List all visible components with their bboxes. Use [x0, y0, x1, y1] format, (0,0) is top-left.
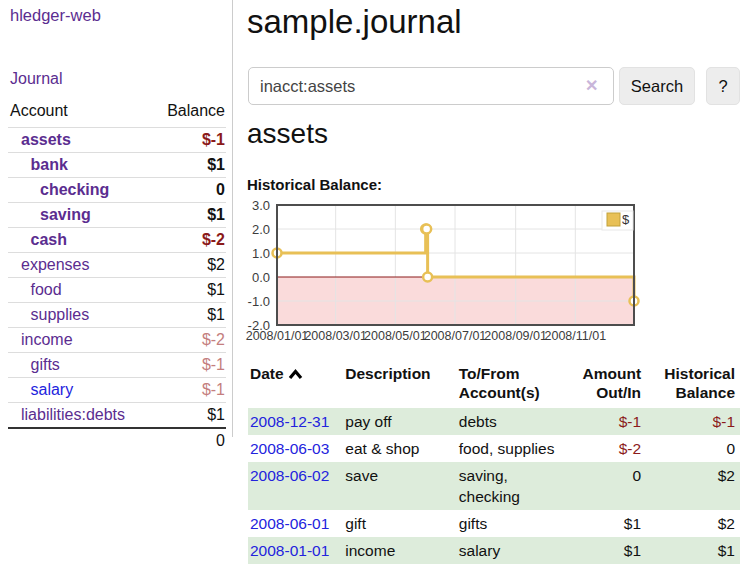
transaction-accounts-cell: debts: [451, 408, 566, 435]
account-link[interactable]: salary: [31, 381, 74, 398]
account-row: salary$-1: [8, 378, 226, 403]
accounts-body: assets$-1bank$1checking0saving$1cash$-2e…: [8, 128, 226, 429]
accounts-total-balance: 0: [151, 428, 226, 452]
svg-text:2008/09/01: 2008/09/01: [484, 329, 547, 343]
transaction-date-cell: 2008-12-31: [248, 408, 337, 435]
account-link[interactable]: liabilities:debts: [21, 406, 125, 423]
transaction-date-cell: 2008-01-01: [248, 537, 337, 564]
transaction-description-cell: pay off: [337, 408, 450, 435]
account-row: liabilities:debts$1: [8, 403, 226, 429]
account-row: bank$1: [8, 153, 226, 178]
account-balance: $-1: [151, 378, 226, 403]
transaction-balance-cell: $2: [646, 510, 740, 537]
register-row: 2008-06-01giftgifts$1$2: [248, 510, 740, 537]
transaction-date-link[interactable]: 2008-12-31: [250, 413, 329, 430]
register-header-row: Date Description To/From Account(s) Amou…: [248, 361, 740, 408]
clear-search-icon[interactable]: ✕: [585, 76, 598, 95]
sidebar: hledger-web Journal Account Balance asse…: [0, 0, 233, 437]
transaction-date-link[interactable]: 2008-06-03: [250, 440, 329, 457]
account-balance: $-2: [151, 228, 226, 253]
svg-text:2008/07/01: 2008/07/01: [424, 329, 487, 343]
search-input[interactable]: [248, 67, 614, 105]
account-row: gifts$-1: [8, 353, 226, 378]
register-row: 2008-12-31pay offdebts$-1$-1: [248, 408, 740, 435]
column-header-date[interactable]: Date: [248, 361, 337, 408]
account-title: assets: [247, 114, 328, 154]
accounts-table: Account Balance assets$-1bank$1checking0…: [8, 102, 226, 452]
register-row: 2008-06-02savesaving, checking0$2: [248, 462, 740, 510]
column-header-description: Description: [337, 361, 450, 408]
account-link[interactable]: supplies: [31, 306, 90, 323]
svg-text:2008/11/01: 2008/11/01: [544, 329, 606, 343]
account-link[interactable]: bank: [31, 156, 68, 173]
sidebar-item-journal[interactable]: Journal: [10, 70, 62, 88]
accounts-total-row: 0: [8, 428, 226, 452]
help-button[interactable]: ?: [706, 67, 740, 105]
svg-text:0.0: 0.0: [252, 270, 270, 285]
accounts-header-balance: Balance: [151, 102, 226, 128]
account-balance: 0: [151, 178, 226, 203]
register-body: 2008-12-31pay offdebts$-1$-12008-06-03ea…: [248, 408, 740, 564]
accounts-header-row: Account Balance: [8, 102, 226, 128]
transaction-description-cell: gift: [337, 510, 450, 537]
svg-text:1.0: 1.0: [252, 246, 270, 261]
account-row: expenses$2: [8, 253, 226, 278]
account-balance: $1: [151, 403, 226, 429]
account-link[interactable]: gifts: [31, 356, 60, 373]
brand-link[interactable]: hledger-web: [10, 6, 101, 25]
account-balance: $2: [151, 253, 226, 278]
account-link[interactable]: checking: [40, 181, 109, 198]
svg-text:2008/01/01: 2008/01/01: [246, 329, 309, 343]
account-link[interactable]: expenses: [21, 256, 90, 273]
transaction-date-link[interactable]: 2008-06-01: [250, 515, 329, 532]
svg-text:$: $: [622, 212, 630, 227]
register-row: 2008-01-01incomesalary$1$1: [248, 537, 740, 564]
svg-text:2008/03/01: 2008/03/01: [304, 329, 367, 343]
transaction-amount-cell: $-2: [566, 435, 646, 462]
transaction-amount-cell: $1: [566, 510, 646, 537]
column-header-balance: Historical Balance: [646, 361, 740, 408]
column-header-accounts: To/From Account(s): [451, 361, 566, 408]
account-balance: $-1: [151, 353, 226, 378]
account-link[interactable]: assets: [21, 131, 71, 148]
account-link[interactable]: saving: [40, 206, 91, 223]
transaction-date-cell: 2008-06-02: [248, 462, 337, 510]
search-button[interactable]: Search: [619, 67, 695, 105]
sort-ascending-icon: [288, 368, 303, 380]
transaction-accounts-cell: gifts: [451, 510, 566, 537]
column-header-amount: Amount Out/In: [566, 361, 646, 408]
page-title: sample.journal: [247, 0, 462, 44]
transaction-accounts-cell: food, supplies: [451, 435, 566, 462]
register-table: Date Description To/From Account(s) Amou…: [248, 361, 740, 564]
account-row: saving$1: [8, 203, 226, 228]
account-balance: $1: [151, 303, 226, 328]
transaction-date-cell: 2008-06-03: [248, 435, 337, 462]
accounts-header-account: Account: [8, 102, 151, 128]
transaction-balance-cell: $2: [646, 462, 740, 510]
account-balance: $-1: [151, 128, 226, 153]
account-row: assets$-1: [8, 128, 226, 153]
account-link[interactable]: income: [21, 331, 73, 348]
transaction-date-link[interactable]: 2008-01-01: [250, 542, 329, 559]
transaction-accounts-cell: saving, checking: [451, 462, 566, 510]
account-row: income$-2: [8, 328, 226, 353]
transaction-balance-cell: $-1: [646, 408, 740, 435]
transaction-date-link[interactable]: 2008-06-02: [250, 467, 329, 484]
historical-balance-chart: $3.02.01.00.0-1.0-2.02008/01/012008/03/0…: [245, 198, 742, 348]
account-link[interactable]: cash: [31, 231, 67, 248]
svg-text:3.0: 3.0: [252, 198, 270, 213]
transaction-description-cell: save: [337, 462, 450, 510]
account-balance: $1: [151, 203, 226, 228]
account-link[interactable]: food: [31, 281, 62, 298]
account-balance: $-2: [151, 328, 226, 353]
account-balance: $1: [151, 278, 226, 303]
transaction-amount-cell: $1: [566, 537, 646, 564]
register-row: 2008-06-03eat & shopfood, supplies$-20: [248, 435, 740, 462]
account-balance: $1: [151, 153, 226, 178]
transaction-date-cell: 2008-06-01: [248, 510, 337, 537]
svg-text:2.0: 2.0: [252, 222, 270, 237]
transaction-amount-cell: $-1: [566, 408, 646, 435]
account-row: cash$-2: [8, 228, 226, 253]
transaction-accounts-cell: salary: [451, 537, 566, 564]
transaction-balance-cell: 0: [646, 435, 740, 462]
